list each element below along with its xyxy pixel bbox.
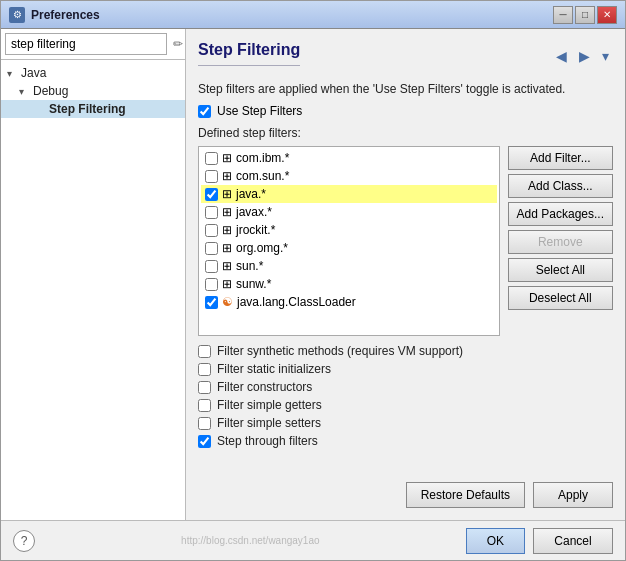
add-filter-button[interactable]: Add Filter... xyxy=(508,146,613,170)
window-controls: ─ □ ✕ xyxy=(553,6,617,24)
list-item[interactable]: ⊞ sun.* xyxy=(201,257,497,275)
deselect-all-button[interactable]: Deselect All xyxy=(508,286,613,310)
sidebar: ✏ ▾ Java ▾ Debug Step Filtering xyxy=(1,29,186,520)
tree-area: ▾ Java ▾ Debug Step Filtering xyxy=(1,60,185,520)
use-step-filters-row: Use Step Filters xyxy=(198,104,613,118)
use-step-filters-checkbox[interactable] xyxy=(198,105,211,118)
restore-defaults-button[interactable]: Restore Defaults xyxy=(406,482,525,508)
window-icon: ⚙ xyxy=(9,7,25,23)
help-button[interactable]: ? xyxy=(13,530,35,552)
minimize-button[interactable]: ─ xyxy=(553,6,573,24)
filter-setters-checkbox[interactable] xyxy=(198,417,211,430)
window-title: Preferences xyxy=(31,8,553,22)
filter-static-row: Filter static initializers xyxy=(198,362,613,376)
filter-synthetic-row: Filter synthetic methods (requires VM su… xyxy=(198,344,613,358)
filter-getters-row: Filter simple getters xyxy=(198,398,613,412)
use-step-filters-label[interactable]: Use Step Filters xyxy=(217,104,302,118)
nav-toolbar: ◀ ▶ ▾ xyxy=(552,46,613,66)
select-all-button[interactable]: Select All xyxy=(508,258,613,282)
page-title: Step Filtering xyxy=(198,41,300,66)
list-item[interactable]: ⊞ org.omg.* xyxy=(201,239,497,257)
filter-list: ⊞ com.ibm.* ⊞ com.sun.* ⊞ java.* xyxy=(198,146,500,336)
sidebar-item-java[interactable]: ▾ Java xyxy=(1,64,185,82)
filter-list-container: ⊞ com.ibm.* ⊞ com.sun.* ⊞ java.* xyxy=(198,146,613,336)
options-section: Filter synthetic methods (requires VM su… xyxy=(198,344,613,448)
filter-checkbox-com-ibm[interactable] xyxy=(205,152,218,165)
filter-checkbox-classloader[interactable] xyxy=(205,296,218,309)
filter-static-label[interactable]: Filter static initializers xyxy=(217,362,331,376)
add-class-button[interactable]: Add Class... xyxy=(508,174,613,198)
footer-buttons: OK Cancel xyxy=(466,528,613,554)
bottom-buttons: Restore Defaults Apply xyxy=(198,482,613,508)
filter-checkbox-sun[interactable] xyxy=(205,260,218,273)
nav-menu-button[interactable]: ▾ xyxy=(598,46,613,66)
nav-back-button[interactable]: ◀ xyxy=(552,46,571,66)
watermark: http://blog.csdn.net/wangay1ao xyxy=(181,535,319,546)
sidebar-item-debug[interactable]: ▾ Debug xyxy=(1,82,185,100)
step-through-checkbox[interactable] xyxy=(198,435,211,448)
step-through-row: Step through filters xyxy=(198,434,613,448)
filter-getters-checkbox[interactable] xyxy=(198,399,211,412)
filter-checkbox-jrockit[interactable] xyxy=(205,224,218,237)
content-area: ✏ ▾ Java ▾ Debug Step Filtering S xyxy=(1,29,625,520)
search-box: ✏ xyxy=(1,29,185,60)
filter-checkbox-org-omg[interactable] xyxy=(205,242,218,255)
search-input[interactable] xyxy=(5,33,167,55)
cancel-button[interactable]: Cancel xyxy=(533,528,613,554)
sidebar-item-step-filtering[interactable]: Step Filtering xyxy=(1,100,185,118)
list-item[interactable]: ⊞ com.ibm.* xyxy=(201,149,497,167)
filter-constructors-label[interactable]: Filter constructors xyxy=(217,380,312,394)
preferences-window: ⚙ Preferences ─ □ ✕ ✏ ▾ Java ▾ Debug xyxy=(0,0,626,561)
list-item[interactable]: ⊞ jrockit.* xyxy=(201,221,497,239)
footer-bar: ? http://blog.csdn.net/wangay1ao OK Canc… xyxy=(1,520,625,560)
search-clear-icon[interactable]: ✏ xyxy=(171,35,185,53)
defined-filters-label: Defined step filters: xyxy=(198,126,613,140)
main-panel: Step Filtering ◀ ▶ ▾ Step filters are ap… xyxy=(186,29,625,520)
nav-forward-button[interactable]: ▶ xyxy=(575,46,594,66)
filter-getters-label[interactable]: Filter simple getters xyxy=(217,398,322,412)
filter-synthetic-label[interactable]: Filter synthetic methods (requires VM su… xyxy=(217,344,463,358)
ok-button[interactable]: OK xyxy=(466,528,525,554)
sidebar-label-java: Java xyxy=(21,66,46,80)
list-item[interactable]: ☯ java.lang.ClassLoader xyxy=(201,293,497,311)
list-item[interactable]: ⊞ javax.* xyxy=(201,203,497,221)
filter-checkbox-com-sun[interactable] xyxy=(205,170,218,183)
list-item[interactable]: ⊞ sunw.* xyxy=(201,275,497,293)
list-item[interactable]: ⊞ java.* xyxy=(201,185,497,203)
title-bar: ⚙ Preferences ─ □ ✕ xyxy=(1,1,625,29)
filter-constructors-row: Filter constructors xyxy=(198,380,613,394)
list-item[interactable]: ⊞ com.sun.* xyxy=(201,167,497,185)
step-through-label[interactable]: Step through filters xyxy=(217,434,318,448)
tree-arrow-java: ▾ xyxy=(7,68,19,79)
sidebar-label-step-filtering: Step Filtering xyxy=(49,102,126,116)
filter-action-buttons: Add Filter... Add Class... Add Packages.… xyxy=(508,146,613,336)
remove-button[interactable]: Remove xyxy=(508,230,613,254)
filter-synthetic-checkbox[interactable] xyxy=(198,345,211,358)
add-packages-button[interactable]: Add Packages... xyxy=(508,202,613,226)
filter-setters-label[interactable]: Filter simple setters xyxy=(217,416,321,430)
filter-static-checkbox[interactable] xyxy=(198,363,211,376)
filter-checkbox-java[interactable] xyxy=(205,188,218,201)
maximize-button[interactable]: □ xyxy=(575,6,595,24)
sidebar-label-debug: Debug xyxy=(33,84,68,98)
filter-checkbox-sunw[interactable] xyxy=(205,278,218,291)
filter-constructors-checkbox[interactable] xyxy=(198,381,211,394)
apply-button[interactable]: Apply xyxy=(533,482,613,508)
description-text: Step filters are applied when the 'Use S… xyxy=(198,82,613,96)
tree-arrow-debug: ▾ xyxy=(19,86,31,97)
close-button[interactable]: ✕ xyxy=(597,6,617,24)
filter-checkbox-javax[interactable] xyxy=(205,206,218,219)
filter-setters-row: Filter simple setters xyxy=(198,416,613,430)
